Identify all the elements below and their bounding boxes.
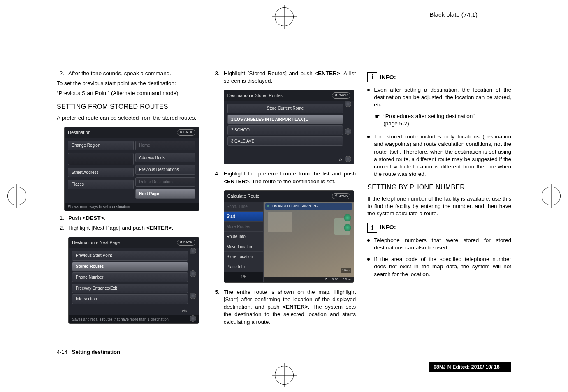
scroll-down-icon (345, 156, 351, 162)
edition-box: 08NJ-N Edited: 2010/ 10/ 18 (429, 362, 511, 372)
list-text: Highlight [Next Page] and push <ENTER>. (68, 224, 201, 232)
scroll-up-icon (345, 101, 351, 107)
scroll-mid-icon (190, 270, 196, 277)
list-item: Previous Start Point (72, 251, 188, 261)
bullet-text: The stored route includes only locations… (374, 133, 511, 178)
empty-row (227, 147, 343, 153)
info-heading: INFO: (380, 74, 396, 81)
bullet-icon (367, 89, 370, 91)
list-item: Phone Number (72, 272, 188, 282)
text: Highlight [Stored Routes] and push (224, 70, 315, 76)
page-footer-left: 4-14 Setting destination (57, 349, 120, 355)
back-button: ↺ BACK (177, 240, 195, 246)
text: (page 5-2) (383, 120, 409, 127)
back-button: ↺ BACK (332, 193, 350, 199)
list-text: Highlight [Stored Routes] and push <ENTE… (224, 70, 356, 85)
section-title: Setting destination (72, 349, 120, 355)
store-current-route: Store Current Route (227, 104, 343, 113)
menu-item: Move Location (224, 242, 263, 252)
text: . (104, 215, 105, 221)
crop-mark (529, 357, 545, 357)
registration-mark (542, 187, 561, 205)
breadcrumb: ▸ Stored Routes (251, 93, 284, 98)
list-text: Push <DEST>. (68, 214, 201, 222)
text: Destination (227, 93, 250, 98)
screenshot-stored-routes-list: Destination ▸ Stored Routes ↺ BACK Store… (224, 90, 355, 164)
paragraph: To set the previous start point as the d… (57, 80, 201, 87)
menu-item: Place Info (224, 262, 263, 272)
breadcrumb: ▸ Next Page (96, 240, 121, 245)
back-button: ↺ BACK (332, 92, 350, 99)
bullet-text: If the area code of the specified teleph… (374, 256, 511, 278)
list-text: Highlight the preferred route from the l… (224, 170, 356, 185)
bullet-text: Even after setting a destination, the lo… (374, 86, 511, 109)
bullet-icon (367, 258, 370, 261)
list-number: 1. (58, 214, 64, 222)
list-number: 5. (213, 288, 220, 326)
grid-item: Places (68, 180, 134, 189)
column-3: i INFO: Even after setting a destination… (367, 70, 511, 343)
heading-phone-number: SETTING BY PHONE NUMBER (367, 183, 511, 192)
crop-mark (533, 23, 533, 39)
list-number: 2. (58, 70, 64, 77)
key-name: <DEST> (83, 215, 104, 221)
ss-title: Calculate Route (227, 193, 260, 199)
registration-mark (7, 187, 26, 205)
grid-item: Change Region (68, 141, 134, 150)
heading-stored-routes: SETTING FROM STORED ROUTES (57, 102, 201, 111)
bullet-icon (367, 136, 370, 138)
crop-mark (23, 357, 39, 357)
text: Highlight the preferred route from the l… (224, 171, 356, 177)
list-item: Freeway Entrance/Exit (72, 284, 188, 293)
eta-time: 0:10 (332, 277, 338, 282)
info-heading: INFO: (380, 224, 396, 231)
ss-title: Destination ▸ Next Page (72, 240, 121, 246)
pager: 1/3 (224, 157, 354, 164)
pager: 1/6 (224, 272, 263, 282)
text: Destination (72, 240, 95, 245)
grid-item: Street Address (68, 168, 134, 178)
crop-mark (23, 35, 39, 35)
screenshot-next-page: Destination ▸ Next Page ↺ BACK Previous … (68, 237, 199, 324)
info-icon: i (367, 223, 377, 233)
paragraph: A preferred route can be selected from t… (57, 114, 201, 122)
grid-item: Delete Destination (135, 177, 195, 187)
ss-title: Destination ▸ Stored Routes (227, 92, 284, 99)
bullet-icon (367, 239, 370, 242)
list-item-selected: 1 LOS ANGELES INTL AIRPORT-LAX (L (227, 115, 343, 125)
grid-item: Address Book (135, 153, 195, 163)
key-name: <ENTER> (146, 225, 172, 231)
crop-mark (35, 353, 35, 369)
scroll-mid-icon (345, 128, 351, 135)
key-name: <ENTER> (224, 178, 249, 184)
page-content: 2. After the tone sounds, speak a comman… (57, 70, 511, 343)
menu-item: Short. Time (224, 202, 263, 212)
column-2: 3. Highlight [Stored Routes] and push <E… (212, 70, 356, 343)
map-scale: 1/4mi (341, 268, 352, 273)
eta-distance: 2.5 mi (343, 277, 352, 282)
map-view: ➣ LOS ANGELES INTL AIRPORT-L 1/4mi ⚑ 0:1… (264, 202, 354, 282)
text: . (172, 225, 173, 231)
list-item: 3 GALE AVE (227, 136, 343, 146)
pager: 2/6 (69, 308, 199, 315)
list-number: 3. (213, 70, 220, 85)
cross-reference-icon: ☛ (375, 113, 380, 127)
crop-mark (533, 353, 533, 369)
cross-reference-text: “Procedures after setting destination” (… (383, 113, 474, 127)
scroll-bottom-icon (190, 315, 196, 322)
menu-item-selected: Start (224, 212, 263, 222)
crop-mark (529, 35, 545, 35)
list-number: 4. (213, 170, 220, 185)
text: Highlight [Next Page] and push (68, 225, 146, 231)
menu-item: Route Info (224, 232, 263, 242)
list-item-selected: Stored Routes (72, 262, 188, 272)
list-text: The entire route is shown on the map. Hi… (224, 288, 356, 326)
back-button: ↺ BACK (177, 129, 195, 136)
screenshot-calculate-route: Calculate Route ↺ BACK Short. Time Start… (224, 190, 355, 283)
zoom-out-icon (344, 224, 351, 231)
paragraph: If the telephone number of the facility … (367, 195, 511, 218)
menu-item: More Routes (224, 222, 263, 232)
scroll-up-icon (190, 248, 196, 254)
plate-label: Black plate (74,1) (429, 11, 478, 18)
grid-item (68, 153, 134, 165)
